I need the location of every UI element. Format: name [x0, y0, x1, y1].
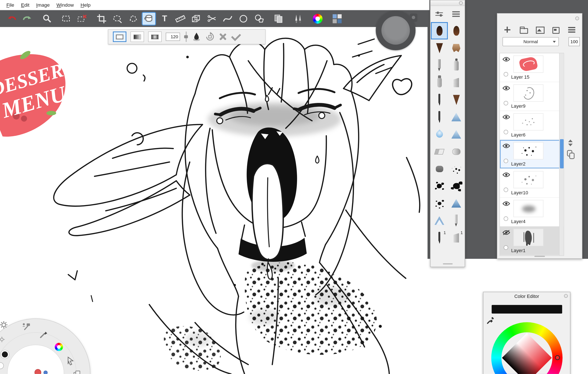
brush-round-eraser[interactable] — [448, 143, 465, 160]
brush-fine-pen[interactable] — [431, 91, 448, 108]
visibility-toggle[interactable] — [503, 172, 511, 178]
layer-radio[interactable] — [504, 216, 508, 221]
size-slider[interactable] — [184, 32, 188, 42]
brush-pointed-brush[interactable] — [431, 39, 448, 56]
layers-panel-resize-handle[interactable] — [535, 256, 545, 257]
curve-tool[interactable] — [220, 12, 235, 25]
layer-radio[interactable] — [504, 245, 508, 250]
shape-combine-tool[interactable] — [252, 12, 266, 25]
menu-help[interactable]: Help — [77, 1, 94, 9]
menu-image[interactable]: Image — [33, 1, 53, 9]
brush-airbrush[interactable] — [448, 56, 465, 74]
visibility-toggle[interactable] — [503, 201, 511, 207]
brush-marker[interactable] — [431, 74, 448, 91]
panel-collapse-button[interactable] — [459, 1, 463, 5]
brush-chisel-marker[interactable] — [448, 74, 465, 91]
tablet-dial-tab[interactable] — [410, 13, 417, 22]
brush-soft-round-brush[interactable] — [448, 22, 465, 39]
brush-splatter-large[interactable] — [448, 177, 465, 194]
layer-row-hidden[interactable]: Layer1 — [500, 226, 564, 255]
brush-pencil[interactable] — [431, 56, 448, 74]
confirm-button[interactable] — [231, 32, 240, 42]
brush-settings-icon[interactable] — [435, 11, 443, 17]
color-wheel-button[interactable] — [311, 12, 325, 25]
rectangle-select-tool[interactable] — [59, 12, 74, 25]
copy-tool[interactable] — [272, 12, 286, 25]
visibility-toggle[interactable] — [503, 85, 511, 92]
perspective-grid-tool[interactable] — [189, 12, 203, 25]
undo-button[interactable] — [4, 12, 19, 25]
size-input[interactable] — [166, 33, 180, 41]
polygon-select-tool[interactable] — [126, 12, 140, 25]
brush-panel-resize-handle[interactable] — [443, 263, 452, 264]
brush-splatter-medium[interactable] — [431, 177, 448, 194]
fill-style-linear-gradient[interactable] — [130, 32, 144, 42]
brush-flat-eraser[interactable] — [431, 143, 448, 160]
blend-mode-select[interactable]: Normal — [503, 37, 559, 46]
menu-file[interactable]: File — [3, 1, 18, 9]
visibility-toggle[interactable] — [503, 114, 511, 120]
color-editor-collapse-button[interactable] — [564, 294, 567, 298]
crop-tool[interactable] — [94, 12, 109, 25]
snap-line-tool[interactable] — [205, 12, 219, 25]
layer-radio[interactable] — [504, 130, 508, 134]
layer-image-button[interactable] — [536, 26, 544, 33]
layer-row[interactable]: Layer4 — [500, 198, 564, 226]
brush-water-drop[interactable] — [431, 126, 448, 143]
radial-shortcut-wheel[interactable] — [0, 319, 90, 374]
foreground-color-swatch[interactable] — [1, 350, 9, 359]
brush-splatter-small[interactable] — [448, 160, 465, 177]
visibility-toggle[interactable] — [503, 230, 511, 236]
gear-icon[interactable] — [0, 320, 8, 329]
mini-color-wheel-icon[interactable] — [55, 343, 63, 351]
eyedropper-icon[interactable] — [486, 316, 494, 324]
brush-detail-brush[interactable] — [448, 91, 465, 108]
brush-watercolor-triangle-soft[interactable] — [448, 126, 465, 143]
layer-opacity-input[interactable] — [568, 37, 580, 46]
layer-list-scrollbar[interactable] — [559, 53, 564, 256]
brush-numbered-pen[interactable]: 1 — [431, 229, 448, 246]
secondary-color-swatch[interactable] — [43, 371, 48, 374]
dual-brush-tool[interactable] — [291, 12, 305, 25]
transform-icon[interactable] — [205, 32, 215, 42]
layer-radio[interactable] — [504, 159, 508, 163]
layer-radio[interactable] — [504, 188, 508, 192]
layers-panel-collapse-button[interactable] — [575, 17, 579, 20]
add-layer-button[interactable] — [503, 26, 512, 33]
visibility-toggle[interactable] — [503, 56, 511, 63]
menu-window[interactable]: Window — [53, 1, 77, 9]
layer-row[interactable]: Layer 15 — [500, 53, 564, 82]
layer-material-button[interactable] — [552, 26, 560, 33]
pages-icon[interactable] — [73, 370, 82, 374]
brush-numbered-chisel[interactable]: 1 — [448, 229, 465, 246]
fill-bucket-tool[interactable] — [142, 12, 156, 25]
brush-splatter-scatter[interactable] — [431, 195, 448, 212]
brush-fan-brush[interactable] — [448, 39, 465, 56]
layer-reorder-button[interactable] — [566, 138, 575, 148]
brush-round-brush[interactable] — [431, 22, 448, 39]
brush-triangle-outline[interactable] — [431, 212, 448, 229]
tablet-dial[interactable] — [376, 11, 415, 50]
brush-list-icon[interactable] — [452, 11, 460, 17]
layer-row[interactable]: Layer6 — [500, 111, 564, 140]
ruler-tool[interactable] — [173, 12, 187, 25]
scrollbar-thumb[interactable] — [560, 139, 564, 168]
fill-style-radial-gradient[interactable] — [148, 32, 162, 42]
cancel-button[interactable] — [219, 33, 227, 41]
layer-row-selected[interactable]: Layer2 — [500, 140, 564, 169]
layers-menu-button[interactable] — [568, 26, 576, 33]
deselect-tool[interactable] — [75, 12, 89, 25]
cursor-icon[interactable] — [66, 356, 75, 365]
current-color-swatch[interactable] — [492, 305, 562, 314]
add-folder-button[interactable] — [519, 26, 528, 33]
brush-watercolor-triangle-dark[interactable] — [448, 195, 465, 212]
redo-button[interactable] — [20, 12, 34, 25]
palette-grid-button[interactable] — [330, 12, 344, 25]
brush-watercolor-triangle[interactable] — [448, 108, 465, 126]
ink-drop-icon[interactable] — [192, 32, 201, 42]
layer-radio[interactable] — [504, 101, 508, 105]
layer-row[interactable]: Layer10 — [500, 169, 564, 198]
zoom-tool[interactable] — [40, 12, 54, 25]
layer-radio[interactable] — [504, 72, 508, 76]
fill-style-solid[interactable] — [113, 32, 126, 42]
